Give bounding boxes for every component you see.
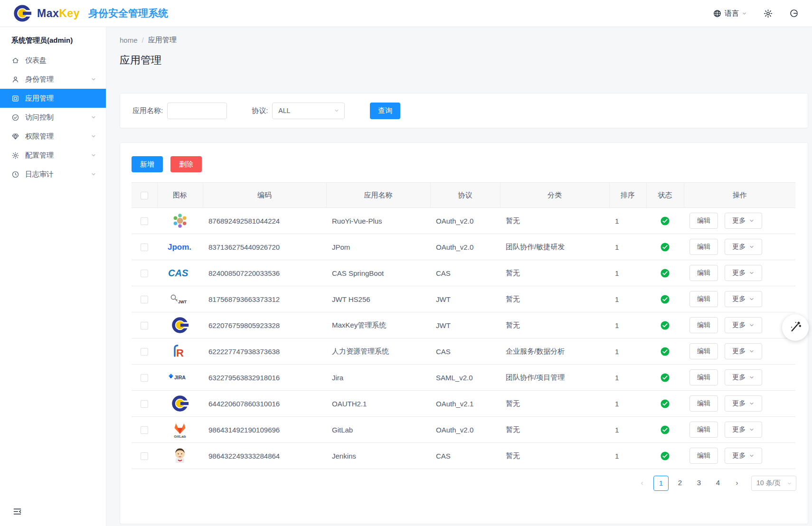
select-all-checkbox[interactable] [141,192,148,199]
row-checkbox[interactable] [141,270,148,277]
app-name: CAS SpringBoot [332,269,384,277]
row-checkbox[interactable] [141,400,148,408]
app-name: 人力资源管理系统 [332,347,389,355]
app-category: 暂无 [506,216,520,225]
sidebar-item-dashboard[interactable]: 仪表盘 [0,51,106,70]
column-header: 协议 [430,183,500,208]
magic-wand-icon [789,320,802,335]
edit-button[interactable]: 编辑 [689,213,718,229]
app-protocol: OAuth_v2.0 [436,243,473,251]
page-button-2[interactable]: 2 [672,476,688,491]
row-checkbox[interactable] [141,452,148,460]
prev-page-button[interactable]: ‹ [634,476,650,491]
row-checkbox[interactable] [141,217,148,225]
app-sort: 1 [615,426,619,434]
sidebar-item-identity[interactable]: 身份管理 [0,70,106,89]
status-enabled-icon [661,295,670,304]
app-name: JPom [332,243,350,251]
app-category: 暂无 [506,295,520,303]
theme-wand-button[interactable] [782,314,809,341]
app-category: 暂无 [506,451,520,460]
more-button[interactable]: 更多 [725,291,762,307]
row-checkbox[interactable] [141,426,148,434]
edit-button[interactable]: 编辑 [689,422,718,438]
breadcrumb-home[interactable]: home [120,36,138,44]
row-checkbox[interactable] [141,348,148,356]
app-category: 暂无 [506,399,520,407]
sidebar-item-permission[interactable]: 权限管理 [0,127,106,146]
brand-key: Key [59,7,80,19]
column-header: 操作 [684,183,795,208]
edit-button[interactable]: 编辑 [689,343,718,359]
delete-button[interactable]: 删除 [170,156,202,172]
menu-fold-icon[interactable] [12,507,22,518]
next-page-button[interactable]: › [729,476,745,491]
brand-title: 身份安全管理系统 [88,7,168,20]
app-name-label: 应用名称: [132,106,163,115]
app-code: 837136275440926720 [208,243,280,251]
config-icon [11,151,20,160]
more-button[interactable]: 更多 [725,213,762,229]
app-sort: 1 [615,348,619,356]
edit-button[interactable]: 编辑 [689,448,718,464]
svg-text:JWT: JWT [178,300,187,304]
logout-icon[interactable] [789,9,799,18]
page-button-4[interactable]: 4 [710,476,726,491]
edit-button[interactable]: 编辑 [689,395,718,412]
page-title: 应用管理 [120,53,808,67]
sidebar-item-apps[interactable]: 应用管理 [0,89,106,108]
edit-button[interactable]: 编辑 [689,265,718,281]
permission-icon [11,132,20,141]
more-button[interactable]: 更多 [725,239,762,255]
protocol-select[interactable]: ALL [272,103,345,119]
brand: MaxKey 身份安全管理系统 [12,3,168,23]
edit-button[interactable]: 编辑 [689,369,718,385]
status-enabled-icon [661,425,670,434]
status-enabled-icon [661,321,670,330]
edit-button[interactable]: 编辑 [689,317,718,333]
sidebar-item-config[interactable]: 配置管理 [0,146,106,165]
more-button[interactable]: 更多 [725,448,762,464]
status-enabled-icon [661,399,670,408]
edit-button[interactable]: 编辑 [689,291,718,307]
more-button[interactable]: 更多 [725,422,762,438]
apps-table: 图标编码应用名称协议分类排序状态操作 876892492581044224 Ru… [132,182,795,469]
table-panel: 新增 删除 图标编码应用名称协议分类排序状态操作 876892492581044… [120,142,808,524]
jira-app-icon: JIRA [166,373,194,382]
select-all-cell [132,183,157,208]
sidebar-item-access[interactable]: 访问控制 [0,108,106,127]
app-protocol: SAML_v2.0 [436,374,473,382]
edit-button[interactable]: 编辑 [689,239,718,255]
column-header: 排序 [609,183,646,208]
chevron-down-icon [749,453,755,459]
row-checkbox[interactable] [141,322,148,329]
more-button[interactable]: 更多 [725,369,762,385]
settings-icon[interactable] [763,9,773,19]
app-category: 企业服务/数据分析 [506,347,565,355]
app-name-input[interactable] [167,103,227,119]
search-button[interactable]: 查询 [370,103,400,119]
row-checkbox[interactable] [141,296,148,303]
chevron-down-icon [91,114,96,120]
app-sort: 1 [615,295,619,303]
gitlab-app-icon: GitLab [171,421,189,439]
more-button[interactable]: 更多 [725,395,762,412]
page-button-3[interactable]: 3 [691,476,707,491]
language-menu[interactable]: 语言 [713,9,747,18]
app-protocol: JWT [436,295,451,303]
more-button[interactable]: 更多 [725,317,762,333]
chevron-down-icon [749,348,755,354]
page-button-1[interactable]: 1 [653,476,669,491]
add-button[interactable]: 新增 [132,156,163,172]
table-row: JIRA 632279563832918016 Jira SAML_v2.0 团… [132,365,795,391]
sidebar-item-audit[interactable]: 日志审计 [0,165,106,184]
chevron-down-icon [749,322,755,328]
page-size-select[interactable]: 10 条/页 [751,476,796,491]
chevron-down-icon [749,218,755,224]
row-checkbox[interactable] [141,374,148,382]
identity-icon [11,75,20,84]
more-button[interactable]: 更多 [725,343,762,359]
more-button[interactable]: 更多 [725,265,762,281]
row-checkbox[interactable] [141,244,148,251]
status-enabled-icon [661,373,670,382]
